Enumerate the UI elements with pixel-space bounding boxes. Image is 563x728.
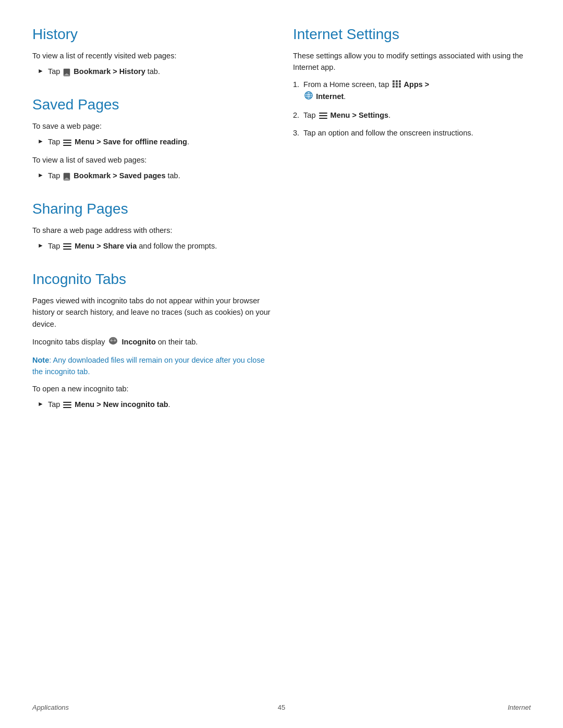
svg-rect-15: [399, 85, 401, 88]
incognito-icon: [108, 336, 118, 349]
step-number-3: 3.: [293, 127, 299, 139]
step2-content: Tap Menu > Settings.: [303, 109, 390, 121]
internet-settings-section: Internet Settings These settings allow y…: [293, 26, 531, 139]
sharing-pages-heading: Sharing Pages: [32, 201, 272, 217]
internet-settings-intro: These settings allow you to modify setti…: [293, 50, 531, 73]
saved-pages-intro2: To view a list of saved web pages:: [32, 154, 272, 166]
footer-right: Internet: [508, 704, 531, 711]
arrow-icon-4: ►: [38, 241, 44, 251]
saved-pages-step2-text: Tap Bookmark > Saved pages tab.: [48, 170, 272, 181]
incognito-display-line: Incognito tabs display Incognito on thei…: [32, 336, 272, 349]
internet-settings-heading: Internet Settings: [293, 26, 531, 43]
menu-icon-2: [63, 243, 71, 250]
incognito-step-text: Tap Menu > New incognito tab.: [48, 399, 272, 410]
sharing-pages-section: Sharing Pages To share a web page addres…: [32, 201, 272, 252]
arrow-icon-5: ►: [38, 399, 44, 409]
menu-icon-4: [319, 113, 327, 119]
saved-pages-heading: Saved Pages: [32, 96, 272, 113]
incognito-open-intro: To open a new incognito tab:: [32, 383, 272, 394]
svg-point-5: [111, 340, 112, 341]
saved-pages-bookmark-label2: Bookmark > Saved pages: [74, 171, 165, 180]
svg-rect-12: [399, 83, 401, 85]
two-column-layout: History To view a list of recently visit…: [32, 26, 531, 429]
history-intro: To view a list of recently visited web p…: [32, 50, 272, 61]
svg-rect-8: [396, 80, 398, 82]
svg-point-6: [115, 340, 116, 341]
footer: Applications 45 Internet: [0, 704, 563, 711]
bookmark-icon: [63, 68, 70, 77]
saved-pages-menu-label1: Menu > Save for offline reading: [75, 138, 187, 146]
page: History To view a list of recently visit…: [0, 0, 563, 728]
svg-rect-14: [396, 85, 398, 88]
svg-rect-11: [396, 83, 398, 85]
svg-rect-13: [393, 85, 395, 88]
arrow-icon-2: ►: [38, 137, 44, 146]
incognito-tabs-heading: Incognito Tabs: [32, 271, 272, 288]
saved-pages-intro1: To save a web page:: [32, 120, 272, 132]
history-step: ► Tap Bookmark > History tab.: [38, 66, 272, 77]
step-number-1: 1.: [293, 79, 299, 90]
saved-pages-step2: ► Tap Bookmark > Saved pages tab.: [38, 170, 272, 181]
svg-rect-7: [393, 80, 395, 82]
sharing-pages-step-text: Tap Menu > Share via and follow the prom…: [48, 240, 272, 252]
arrow-icon-3: ►: [38, 170, 44, 180]
incognito-tabs-para1: Pages viewed with incognito tabs do not …: [32, 295, 272, 330]
history-section: History To view a list of recently visit…: [32, 26, 272, 78]
saved-pages-step1-text: Tap Menu > Save for offline reading.: [48, 136, 272, 147]
history-heading: History: [32, 26, 272, 43]
internet-settings-step3: 3. Tap an option and follow the onscreen…: [293, 127, 531, 139]
step-number-2: 2.: [293, 109, 299, 121]
history-bookmark-label: Bookmark > History: [74, 67, 145, 76]
apps-icon: [393, 79, 401, 91]
incognito-note: Note: Any downloaded files will remain o…: [32, 354, 272, 378]
incognito-step: ► Tap Menu > New incognito tab.: [38, 399, 272, 410]
step3-content: Tap an option and follow the onscreen in…: [303, 127, 473, 139]
footer-left: Applications: [32, 704, 69, 711]
svg-rect-10: [393, 83, 395, 85]
sharing-pages-menu-label: Menu > Share via: [75, 242, 137, 250]
menu-icon-1: [63, 140, 71, 146]
history-step-text: Tap Bookmark > History tab.: [48, 66, 272, 77]
sharing-pages-intro: To share a web page address with others:: [32, 225, 272, 236]
step1-content: From a Home screen, tap: [303, 79, 429, 103]
incognito-menu-label: Menu > New incognito tab: [75, 400, 168, 409]
internet-settings-step1: 1. From a Home screen, tap: [293, 79, 531, 103]
arrow-icon: ►: [38, 66, 44, 76]
saved-pages-step1: ► Tap Menu > Save for offline reading.: [38, 136, 272, 147]
bookmark-icon-2: [63, 172, 70, 181]
svg-rect-9: [399, 80, 401, 82]
incognito-tabs-section: Incognito Tabs Pages viewed with incogni…: [32, 271, 272, 411]
menu-icon-3: [63, 402, 71, 408]
right-column: Internet Settings These settings allow y…: [293, 26, 531, 429]
saved-pages-section: Saved Pages To save a web page: ► Tap Me…: [32, 96, 272, 182]
globe-icon: [304, 91, 313, 103]
sharing-pages-step: ► Tap Menu > Share via and follow the pr…: [38, 240, 272, 252]
left-column: History To view a list of recently visit…: [32, 26, 272, 429]
internet-settings-step2: 2. Tap Menu > Settings.: [293, 109, 531, 121]
internet-settings-steps: 1. From a Home screen, tap: [293, 79, 531, 139]
footer-page-number: 45: [278, 704, 285, 711]
